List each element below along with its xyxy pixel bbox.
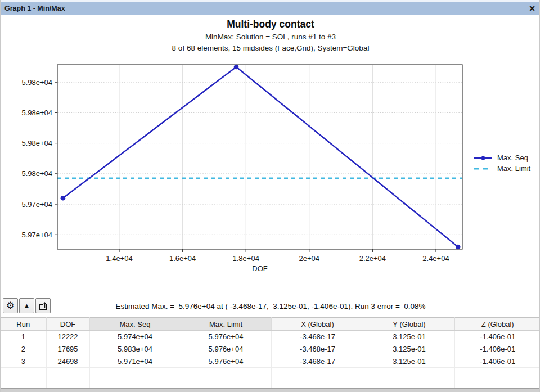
data-point-marker[interactable] <box>456 245 461 250</box>
table-cell[interactable]: -1.406e-01 <box>454 355 540 368</box>
window-bottom-edge <box>1 388 540 392</box>
table-cell[interactable]: 5.974e+04 <box>89 331 181 343</box>
x-tick-label: 2.2e+04 <box>359 254 386 263</box>
triangle-up-icon: ▲ <box>23 302 30 309</box>
column-header-dof[interactable]: DOF <box>46 318 89 331</box>
export-graph-icon <box>38 300 49 312</box>
table-cell[interactable]: 5.971e+04 <box>89 355 181 368</box>
table-cell[interactable]: 3.125e-01 <box>364 355 454 368</box>
legend-label-max-limit: Max. Limit <box>497 164 530 173</box>
y-tick-label: 5.97e+04 <box>21 200 52 209</box>
column-header-x-global[interactable]: X (Global) <box>271 318 364 331</box>
x-tick-label: 2.4e+04 <box>422 254 449 263</box>
y-tick-label: 5.98e+04 <box>21 78 52 87</box>
table-cell[interactable]: -3.468e-17 <box>271 355 364 368</box>
x-axis-label: DOF <box>57 264 462 273</box>
table-empty-cell <box>1 368 46 380</box>
table-empty-cell <box>181 368 271 380</box>
graph-window: Graph 1 - Min/Max ✕ Multi-body contact M… <box>0 0 540 392</box>
table-cell[interactable]: 2 <box>1 343 46 355</box>
data-point-marker[interactable] <box>234 65 239 70</box>
status-text: Estimated Max. = 5.976e+04 at ( -3.468e-… <box>51 302 490 310</box>
x-tick-label: 1.4e+04 <box>106 254 132 263</box>
table-cell[interactable]: -3.468e-17 <box>271 343 364 355</box>
y-tick-label: 5.98e+04 <box>21 109 52 117</box>
table-cell[interactable]: -1.406e-01 <box>454 343 540 355</box>
table-cell[interactable]: -3.468e-17 <box>271 331 364 343</box>
table-cell[interactable]: 12222 <box>46 331 89 343</box>
max-limit-line-swatch <box>474 165 493 172</box>
x-tick-label: 2e+04 <box>299 254 320 263</box>
column-header-y-global[interactable]: Y (Global) <box>364 318 454 331</box>
table-cell[interactable]: -1.406e-01 <box>454 331 540 343</box>
table-cell[interactable]: 24698 <box>46 355 89 368</box>
y-tick-label: 5.98e+04 <box>21 169 52 178</box>
column-header-run[interactable]: Run <box>1 318 46 331</box>
table-cell[interactable]: 3.125e-01 <box>364 343 454 355</box>
y-tick-label: 5.98e+04 <box>21 139 52 147</box>
table-cell[interactable]: 17695 <box>46 343 89 355</box>
gear-icon: ⚙ <box>6 301 15 310</box>
column-header-max-seq[interactable]: Max. Seq <box>89 318 181 331</box>
table-cell[interactable]: 5.983e+04 <box>89 343 181 355</box>
table-cell[interactable]: 5.976e+04 <box>181 355 271 368</box>
table-cell[interactable]: 5.976e+04 <box>181 331 271 343</box>
table-cell[interactable]: 5.976e+04 <box>181 343 271 355</box>
table-empty-row <box>1 368 540 380</box>
max-seq-line-swatch <box>474 155 493 161</box>
x-tick-label: 1.8e+04 <box>233 254 259 263</box>
table-row[interactable]: 3246985.971e+045.976e+04-3.468e-173.125e… <box>1 355 540 368</box>
table-empty-cell <box>271 368 364 380</box>
table-empty-cell <box>89 368 181 380</box>
results-table: RunDOFMax. SeqMax. LimitX (Global)Y (Glo… <box>1 317 540 392</box>
scale-button[interactable]: ▲ <box>19 298 34 313</box>
table-row[interactable]: 2176955.983e+045.976e+04-3.468e-173.125e… <box>1 343 540 355</box>
settings-button[interactable]: ⚙ <box>3 298 18 313</box>
table-cell[interactable]: 3 <box>1 355 46 368</box>
chart-legend: Max. Seq Max. Limit <box>474 152 530 174</box>
table-row[interactable]: 1122225.974e+045.976e+04-3.468e-173.125e… <box>1 331 540 343</box>
table-header-row: RunDOFMax. SeqMax. LimitX (Global)Y (Glo… <box>1 318 540 331</box>
table-cell[interactable]: 1 <box>1 331 46 343</box>
legend-label-max-seq: Max. Seq <box>497 154 528 162</box>
column-header-z-global[interactable]: Z (Global) <box>454 318 540 331</box>
table-empty-cell <box>364 368 454 380</box>
table-empty-cell <box>454 368 540 380</box>
series-line <box>63 67 458 247</box>
export-button[interactable] <box>35 298 51 313</box>
column-header-max-limit[interactable]: Max. Limit <box>181 318 271 331</box>
legend-item-max-seq: Max. Seq <box>474 152 530 163</box>
plot-area: 1.4e+041.6e+041.8e+042e+042.2e+042.4e+04… <box>1 0 540 281</box>
x-tick-label: 1.6e+04 <box>169 254 196 263</box>
table-empty-cell <box>46 368 89 380</box>
results-table-container: RunDOFMax. SeqMax. LimitX (Global)Y (Glo… <box>1 317 540 392</box>
table-cell[interactable]: 3.125e-01 <box>364 331 454 343</box>
data-point-marker[interactable] <box>61 196 66 201</box>
y-tick-label: 5.97e+04 <box>21 231 52 239</box>
legend-item-max-limit: Max. Limit <box>474 163 530 174</box>
